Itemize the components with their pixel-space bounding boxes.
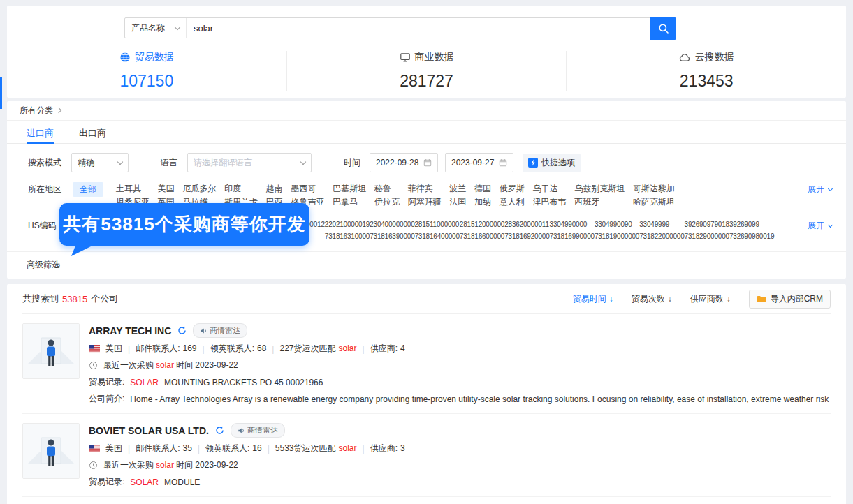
company-name[interactable]: BOVIET SOLAR USA LTD. [89, 425, 209, 436]
hs-code-option[interactable]: 731816600000 [460, 230, 504, 242]
region-option[interactable]: 哈萨克斯坦 [633, 195, 675, 209]
chevron-right-icon [56, 107, 61, 112]
region-option[interactable]: 墨西哥 [291, 182, 325, 195]
chevron-down-icon [175, 24, 180, 30]
region-all-pill[interactable]: 全部 [73, 182, 103, 197]
search-input[interactable] [187, 18, 651, 38]
advanced-filter-link[interactable]: 高级筛选 [27, 260, 60, 269]
hs-code-option[interactable]: 731816920000 [504, 230, 549, 242]
company-thumbnail[interactable] [22, 323, 80, 379]
company-refresh-icon[interactable] [177, 326, 187, 335]
company-recent-line: 最近一次采购solar时间 2023-09-22 [89, 360, 831, 371]
summary-prefix: 共搜索到 [22, 292, 59, 305]
header-panel: 产品名称 贸易数据 107150 商业数据 281727 [7, 6, 846, 98]
region-expand-link[interactable]: 展开 [808, 182, 832, 195]
hs-code-option[interactable]: 731822000000 [639, 230, 684, 242]
summary-suffix: 个公司 [91, 292, 118, 305]
stat-label: 商业数据 [415, 51, 454, 64]
company-intro-line: 公司简介: Home - Array Technologies Array is… [89, 393, 831, 405]
company-name[interactable]: ARRAY TECH INC [89, 325, 171, 336]
region-option[interactable]: 秘鲁 [374, 182, 400, 195]
hs-code-option[interactable]: 39269099 [729, 218, 774, 230]
hs-code-option[interactable]: 281512000000 [460, 218, 504, 230]
region-option[interactable]: 俄罗斯 [500, 182, 525, 195]
tab-business-data[interactable]: 商业数据 281727 [286, 51, 567, 91]
company-thumbnail[interactable] [22, 423, 80, 479]
left-edge-accent [0, 77, 2, 109]
us-flag-icon [89, 345, 100, 353]
breadcrumb[interactable]: 所有分类 [7, 101, 846, 121]
region-option[interactable]: 意大利 [500, 195, 525, 209]
region-option[interactable]: 伊拉克 [374, 195, 400, 209]
hs-code-option[interactable]: 281511000000 [415, 218, 460, 230]
region-option[interactable]: 厄瓜多尔 [182, 182, 216, 195]
search-mode-select[interactable]: 精确 [71, 153, 129, 172]
region-option[interactable]: 乌兹别克斯坦 [574, 182, 625, 195]
import-crm-button[interactable]: 导入内部CRM [749, 290, 831, 309]
hs-code-option[interactable]: 731816400000 [415, 230, 460, 242]
folder-icon [757, 295, 766, 304]
sort-trade-time[interactable]: 贸易时间↓ [573, 293, 613, 305]
region-option[interactable]: 加纳 [474, 195, 491, 209]
advanced-filter-row: 高级筛选 [7, 251, 846, 279]
hs-code-option[interactable]: 731816390000 [370, 230, 414, 242]
region-option[interactable]: 法国 [449, 195, 466, 209]
search-button[interactable] [650, 17, 676, 40]
hs-code-option[interactable]: 731816990000 [550, 230, 595, 242]
region-option[interactable]: 美国 [158, 182, 175, 195]
tab-importers[interactable]: 进口商 [27, 121, 54, 143]
hs-code-option[interactable]: 33049999 [639, 218, 684, 230]
radar-tag[interactable]: 商情雷达 [193, 323, 247, 338]
region-option[interactable]: 津巴布韦 [532, 195, 566, 209]
region-option[interactable]: 波兰 [449, 182, 466, 195]
stat-label: 贸易数据 [135, 51, 174, 64]
hs-code-option[interactable]: 220210000019 [325, 218, 370, 230]
hs-expand-link[interactable]: 展开 [808, 218, 832, 232]
region-option[interactable]: 土耳其 [116, 182, 150, 195]
person-placeholder-image [23, 324, 79, 378]
region-option[interactable]: 巴基斯坦 [333, 182, 366, 195]
hs-code-option[interactable]: 3304990000 [550, 218, 595, 230]
search-category-select[interactable]: 产品名称 [125, 18, 187, 38]
region-option[interactable]: 西班牙 [574, 195, 625, 209]
language-select[interactable]: 请选择翻译语言 [187, 153, 312, 172]
date-to-input[interactable]: 2023-09-27 [445, 153, 513, 172]
region-option[interactable]: 菲律宾 [408, 182, 442, 195]
stat-value: 107150 [7, 72, 286, 91]
region-option[interactable]: 印度 [224, 182, 258, 195]
stat-value: 213453 [567, 72, 846, 91]
date-from-input[interactable]: 2022-09-28 [370, 153, 438, 172]
tab-cloud-search-data[interactable]: 云搜数据 213453 [566, 51, 846, 91]
search-box: 产品名称 [124, 17, 676, 38]
region-option[interactable]: 越南 [266, 182, 283, 195]
company-refresh-icon[interactable] [215, 426, 224, 435]
region-option[interactable]: 德国 [474, 182, 491, 195]
company-country: 美国 [105, 443, 122, 454]
chevron-down-icon [828, 186, 833, 191]
results-header: 共搜索到 53815 个公司 贸易时间↓ 贸易次数↓ 供应商数↓ 导入内部CRM [22, 284, 831, 314]
results-panel: 共搜索到 53815 个公司 贸易时间↓ 贸易次数↓ 供应商数↓ 导入内部CRM… [7, 284, 846, 504]
quick-options-button[interactable]: 快捷选项 [523, 154, 581, 172]
chevron-down-icon [300, 159, 306, 165]
region-option[interactable]: 乌干达 [532, 182, 566, 195]
region-option[interactable]: 哥斯达黎加 [633, 182, 675, 195]
hs-code-option[interactable]: 732690980019 [729, 230, 774, 242]
region-option[interactable]: 阿塞拜疆 [408, 195, 442, 209]
hs-code-option[interactable]: 731816310000 [325, 230, 370, 242]
hs-code-option[interactable]: 731829000000 [685, 230, 729, 242]
language-label: 语言 [161, 157, 177, 169]
hs-code-option[interactable]: 731819000000 [595, 230, 639, 242]
sort-supplier-count[interactable]: 供应商数↓ [690, 293, 731, 305]
radar-tag[interactable]: 商情雷达 [231, 423, 285, 438]
tab-trade-data[interactable]: 贸易数据 107150 [7, 51, 286, 91]
hs-code-option[interactable]: 230400000000 [370, 218, 414, 230]
clock-icon [89, 461, 98, 470]
breadcrumb-label: 所有分类 [20, 105, 53, 117]
hs-code-option[interactable]: 392690979018 [685, 218, 729, 230]
hs-code-option[interactable]: 3304990090 [595, 218, 639, 230]
chevron-down-icon [828, 223, 833, 228]
region-option[interactable]: 巴拿马 [333, 195, 366, 209]
tab-exporters[interactable]: 出口商 [79, 121, 106, 143]
hs-code-option[interactable]: 283620000011 [504, 218, 549, 230]
sort-trade-count[interactable]: 贸易次数↓ [632, 293, 672, 305]
